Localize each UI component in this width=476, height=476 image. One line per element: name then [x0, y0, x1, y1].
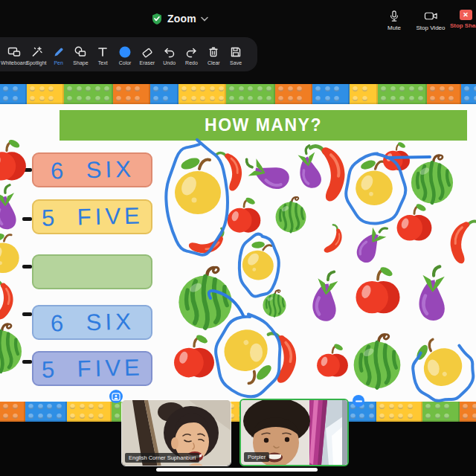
zoom-app-menu[interactable]: Zoom	[151, 0, 208, 37]
apple	[228, 196, 261, 233]
tool-label: Spotlight	[26, 60, 46, 65]
tool-clear[interactable]: Clear	[202, 45, 225, 65]
tool-color[interactable]: Color	[114, 45, 136, 65]
participant-name-tag: Porpier	[244, 452, 269, 462]
chevron-down-icon	[201, 16, 208, 22]
tool-label: Whiteboard	[1, 60, 28, 65]
tool-label: Text	[98, 60, 108, 65]
apple	[356, 266, 399, 314]
tool-undo[interactable]: Undo	[158, 45, 181, 65]
participant-video-button[interactable]	[109, 390, 123, 403]
tool-label: Undo	[163, 60, 176, 65]
watermelon	[178, 267, 231, 328]
chili-row-icon	[0, 280, 13, 319]
eggplant	[240, 153, 292, 193]
mute-button[interactable]: Mute	[381, 0, 408, 37]
apple	[397, 202, 432, 240]
pen-stroke-tail	[387, 157, 430, 158]
video-thumbnail-teacher[interactable]: English Corner Suphanburi	[121, 399, 231, 466]
watermelon	[276, 197, 306, 232]
undo-icon	[163, 45, 176, 59]
tool-label: Shape	[73, 60, 88, 65]
participant-name-tag: English Corner Suphanburi	[125, 453, 199, 463]
minus-icon	[356, 400, 362, 402]
tool-label: Pen	[54, 60, 62, 65]
text-icon	[96, 45, 109, 59]
stop-video-label: Stop Video	[416, 25, 446, 31]
tool-shape[interactable]: Shape	[70, 45, 92, 65]
eggplant	[311, 269, 341, 322]
minimize-videos-button[interactable]	[353, 395, 364, 407]
chili	[321, 225, 347, 257]
tool-spotlight[interactable]: Spotlight	[25, 45, 48, 65]
tool-label: Redo	[185, 60, 198, 65]
eraser-icon	[141, 45, 154, 59]
stop-share-x-icon: ✕	[460, 10, 472, 20]
zoom-app-window: Zoom Mute Stop Video ✕ Stop Share	[0, 0, 476, 476]
whiteboard-icon	[7, 45, 21, 59]
video-thumbnail-student[interactable]: Porpier	[239, 399, 349, 466]
lemon-row-icon	[0, 232, 19, 273]
apple	[174, 333, 214, 377]
eggplant	[352, 221, 392, 266]
tool-redo[interactable]: Redo	[181, 45, 203, 65]
stop-share-label: Stop Share	[450, 22, 476, 29]
annotation-toolbar: WhiteboardSpotlightPenShapeTextColorEras…	[0, 37, 257, 71]
mute-label: Mute	[387, 25, 401, 31]
tool-eraser[interactable]: Eraser	[136, 45, 158, 65]
tool-save[interactable]: Save	[225, 45, 247, 65]
watermelon-row-icon	[0, 324, 22, 373]
redo-icon	[184, 45, 198, 59]
person-in-frame-icon	[112, 393, 120, 401]
apple-row-icon	[0, 138, 26, 181]
tool-label: Clear	[208, 60, 220, 65]
tool-text[interactable]: Text	[91, 45, 114, 65]
tool-label: Color	[119, 60, 132, 65]
apple	[317, 343, 348, 377]
security-shield-icon	[151, 13, 163, 25]
video-camera-icon	[424, 10, 438, 22]
home-indicator[interactable]	[156, 468, 318, 472]
clear-icon	[207, 45, 220, 59]
chili	[446, 216, 476, 266]
fruit-grid	[0, 84, 476, 422]
color-icon	[118, 45, 132, 59]
tool-label: Eraser	[140, 60, 155, 65]
shared-slide-canvas[interactable]: HOW MANY? 6 SIX5 FIVE6 SIX5 FIVE	[0, 84, 476, 422]
tool-pen[interactable]: Pen	[48, 45, 70, 65]
shape-icon	[74, 45, 87, 59]
stop-share-button[interactable]: ✕ Stop Share	[446, 0, 476, 37]
chili	[268, 331, 299, 384]
watermelon	[354, 335, 401, 389]
eggplant	[418, 266, 448, 321]
spotlight-icon	[30, 45, 43, 59]
pen-icon	[52, 45, 65, 59]
stop-video-button[interactable]: Stop Video	[412, 0, 449, 37]
eggplant-row-icon	[0, 185, 16, 230]
lemon	[175, 155, 221, 214]
eggplant	[295, 144, 323, 190]
tool-whiteboard[interactable]: Whiteboard	[3, 45, 25, 65]
microphone-icon	[388, 10, 400, 22]
tool-label: Save	[230, 60, 242, 65]
toolbar-row: WhiteboardSpotlightPenShapeTextColorEras…	[0, 37, 476, 84]
save-icon	[229, 45, 242, 59]
chili	[216, 149, 246, 193]
app-title: Zoom	[167, 13, 196, 25]
menu-bar: Zoom Mute Stop Video ✕ Stop Share	[0, 0, 476, 37]
watermelon	[411, 155, 453, 204]
